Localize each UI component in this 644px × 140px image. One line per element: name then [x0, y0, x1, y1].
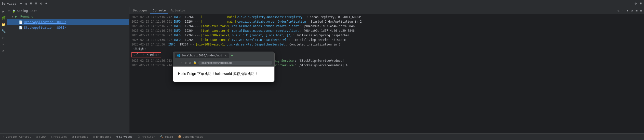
list-view-icon[interactable]: ≡ — [19, 1, 23, 6]
settings-icon[interactable]: ⚙ — [39, 1, 43, 6]
scroll-top-icon[interactable]: ⬆ — [626, 8, 629, 13]
rail-icon-2[interactable]: 🌿 — [1, 15, 7, 21]
browser-url-input[interactable] — [198, 61, 272, 65]
browser-tab-favicon: 🌐 — [177, 54, 181, 57]
status-services[interactable]: ⚙ Services — [115, 134, 134, 140]
settings-gear-icon[interactable]: ⚙ — [634, 1, 637, 6]
browser-tab[interactable]: 🌐 localhost:8080/order/add ✕ — [175, 53, 229, 58]
log-line-1: 2023-02-23 14:12:16.242 INFO 19264 --- [… — [129, 15, 644, 19]
browser-forward-btn[interactable]: → — [180, 61, 183, 65]
build-icon: 🔨 — [160, 135, 164, 138]
services-icon: ⚙ — [116, 135, 118, 138]
tab-debugger-label: Debugger — [133, 9, 148, 12]
status-version-control[interactable]: ⬆ Version Control — [2, 134, 32, 140]
status-build[interactable]: 🔨 Build — [159, 134, 174, 140]
browser-titlebar: 🌐 localhost:8080/order/add ✕ + — [173, 52, 274, 59]
log-line-2: 2023-02-23 14:12:16.331 INFO 19264 --- [… — [129, 19, 644, 24]
services-toolbar: Services ≡ ⇅ ⊞ ⊟ ⚙ + ⚙ ⊞ — [0, 0, 644, 7]
stock-app-label: StockApplication :8081/ — [24, 26, 66, 29]
problems-icon: ⚠ — [51, 135, 52, 138]
status-problems[interactable]: ⚠ Problems — [50, 134, 68, 140]
rail-icon-4[interactable]: 🔧 — [1, 28, 7, 34]
rail-icon-1[interactable]: ▶ — [1, 8, 7, 14]
status-terminal[interactable]: ⊞ Terminal — [71, 134, 89, 140]
tab-actuator[interactable]: Actuator — [168, 7, 188, 14]
rail-icon-3[interactable]: 📁 — [1, 21, 7, 27]
filter-icon[interactable]: ⊟ — [34, 1, 38, 6]
dependencies-label: Dependencies — [183, 135, 203, 138]
browser-tab-close[interactable]: ✕ — [225, 53, 227, 57]
services-label: Services — [119, 135, 132, 138]
right-panel: Debugger Console Actuator ⇅ ⬇ ⬆ ✕ ≡ ⊞ 20… — [129, 7, 644, 133]
build-label: Build — [165, 135, 173, 138]
status-profiler[interactable]: ⏱ Profiler — [137, 134, 156, 140]
order-application-item[interactable]: 📄 OrderApplication :8080/ — [7, 19, 129, 25]
sort-icon[interactable]: ⇅ — [24, 1, 28, 6]
todo-label: TODO — [39, 135, 46, 138]
tab-toolbar-icons: ⇅ ⬇ ⬆ ✕ ≡ ⊞ — [617, 8, 643, 13]
spring-boot-icon: 🍃 — [12, 9, 16, 13]
stock-application-item[interactable]: 📄 StockApplication :8081/ — [7, 25, 129, 30]
stock-app-icon: 📄 — [19, 26, 23, 29]
status-endpoints[interactable]: ◎ Endpoints — [92, 134, 112, 140]
scroll-lock-icon[interactable]: ⇅ — [617, 8, 620, 13]
profiler-label: Profiler — [141, 135, 155, 138]
close-output-icon[interactable]: ✕ — [630, 8, 634, 13]
tab-console-label: Console — [153, 9, 166, 12]
plain-line-xia-dan: 下单成功！ — [129, 47, 644, 51]
order-app-label: OrderApplication :8080/ — [24, 20, 66, 24]
toolbar-icons: ≡ ⇅ ⊞ ⊟ ⚙ + — [19, 1, 48, 6]
status-bar: ⬆ Version Control ☑ TODO ⚠ Problems ⊞ Te… — [0, 133, 644, 140]
menu-icon[interactable]: ≡ — [635, 8, 638, 13]
expand-icon[interactable]: ⊞ — [639, 1, 642, 6]
tree-arrow-stock — [15, 26, 19, 29]
browser-popup: 🌐 localhost:8080/order/add ✕ + ← → ↻ ⌂ 🔒… — [173, 52, 275, 82]
tree-arrow-order — [15, 21, 19, 24]
tree-arrow-running: ▼ — [12, 15, 15, 18]
endpoints-icon: ◎ — [93, 135, 95, 138]
group-icon[interactable]: ⊞ — [29, 1, 33, 6]
rail-icon-6[interactable]: ✎ — [1, 41, 7, 47]
browser-lock-icon: 🔒 — [193, 61, 197, 64]
browser-back-btn[interactable]: ← — [175, 61, 178, 65]
log-line-3: 2023-02-23 14:12:16.782 INFO 19264 --- [… — [129, 24, 644, 28]
services-tree: ▼ 🍃 Spring Boot ▼ ▶ Running 📄 OrderAppli… — [7, 7, 129, 133]
browser-new-tab-icon[interactable]: + — [231, 53, 233, 58]
version-control-icon: ⬆ — [3, 135, 5, 138]
browser-home-btn[interactable]: ⌂ — [189, 61, 192, 65]
problems-label: Problems — [53, 135, 67, 138]
clear-icon[interactable]: ⬇ — [621, 8, 625, 13]
order-app-icon: 📄 — [19, 20, 23, 24]
panel-title: Services — [2, 2, 16, 5]
tab-actuator-label: Actuator — [171, 9, 185, 12]
tab-debugger[interactable]: Debugger — [130, 7, 150, 14]
spring-boot-label: Spring Boot — [17, 9, 37, 13]
tree-arrow-spring-boot: ▼ — [8, 10, 12, 12]
version-control-label: Version Control — [6, 135, 31, 138]
services-sidebar: ▼ 🍃 Spring Boot ▼ ▶ Running 📄 OrderAppli… — [7, 7, 129, 133]
browser-refresh-btn[interactable]: ↻ — [184, 61, 187, 65]
add-icon[interactable]: + — [45, 1, 48, 6]
running-group[interactable]: ▼ ▶ Running — [7, 14, 129, 19]
status-todo[interactable]: ☑ TODO — [35, 134, 47, 140]
log-line-7: 2023-02-23 14:12:36. INFO 19264 --- [nio… — [129, 42, 644, 47]
running-icon: ▶ — [15, 15, 19, 18]
running-label: Running — [20, 15, 33, 18]
profiler-icon: ⏱ — [138, 135, 140, 138]
top-right-actions: ⚙ ⊞ — [634, 1, 642, 6]
rail-icon-7[interactable]: ⚙ — [1, 48, 7, 54]
url-highlight-text: url is /reduce — [131, 52, 161, 57]
tab-bar: Debugger Console Actuator ⇅ ⬇ ⬆ ✕ ≡ ⊞ — [129, 7, 644, 14]
layout-icon[interactable]: ⊞ — [639, 8, 643, 13]
spring-boot-group[interactable]: ▼ 🍃 Spring Boot — [7, 8, 129, 14]
log-line-5: 2023-02-23 14:12:36.897 INFO 19264 --- [… — [129, 33, 644, 38]
browser-page-text: Hello Feign 下单成功！hello world 库存扣除成功！ — [178, 72, 258, 76]
browser-tab-label: localhost:8080/order/add — [182, 54, 222, 57]
terminal-label: Terminal — [75, 135, 88, 138]
browser-content-area: Hello Feign 下单成功！hello world 库存扣除成功！ — [173, 67, 274, 82]
terminal-icon: ⊞ — [72, 135, 74, 138]
todo-icon: ☑ — [36, 135, 38, 138]
status-dependencies[interactable]: 📦 Dependencies — [177, 134, 204, 140]
tab-console[interactable]: Console — [150, 7, 168, 14]
rail-icon-5[interactable]: ◎ — [1, 35, 7, 41]
